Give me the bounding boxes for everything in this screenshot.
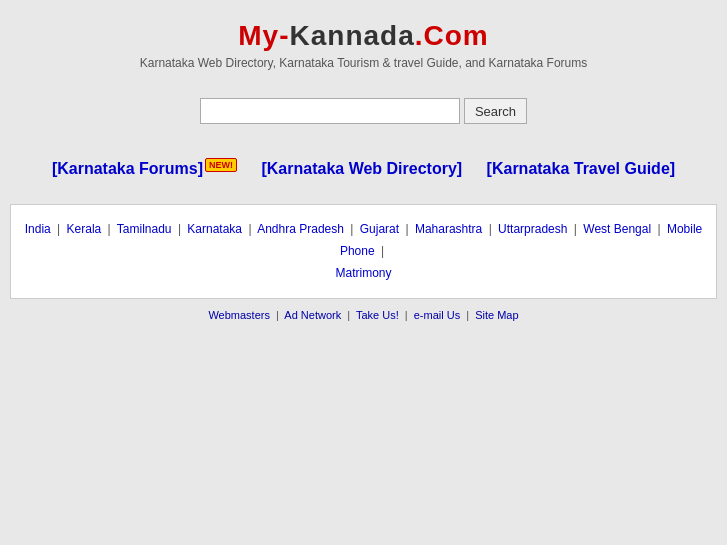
nav-directory-link[interactable]: [Karnataka Web Directory] — [261, 160, 466, 177]
title-com: .Com — [415, 20, 489, 51]
footer-adnetwork[interactable]: Ad Network — [284, 309, 341, 321]
sep: | — [178, 222, 181, 236]
footer-sep: | — [405, 309, 408, 321]
new-badge: NEW! — [205, 158, 237, 172]
dir-link-matrimony[interactable]: Matrimony — [335, 266, 391, 280]
sep: | — [248, 222, 251, 236]
sep: | — [489, 222, 492, 236]
search-section: Search — [0, 98, 727, 124]
footer-sep: | — [347, 309, 350, 321]
search-input[interactable] — [200, 98, 460, 124]
site-header: My-Kannada.Com Karnataka Web Directory, … — [0, 0, 727, 80]
directory-links: India | Kerala | Tamilnadu | Karnataka |… — [21, 219, 706, 284]
dir-link-india[interactable]: India — [25, 222, 51, 236]
footer-takeus[interactable]: Take Us! — [356, 309, 399, 321]
dir-link-maharashtra[interactable]: Maharashtra — [415, 222, 482, 236]
sep: | — [108, 222, 111, 236]
directory-section: India | Kerala | Tamilnadu | Karnataka |… — [10, 204, 717, 299]
dir-link-kerala[interactable]: Kerala — [67, 222, 102, 236]
footer-sitemap[interactable]: Site Map — [475, 309, 518, 321]
footer-links: Webmasters | Ad Network | Take Us! | e-m… — [0, 309, 727, 321]
sep: | — [57, 222, 60, 236]
nav-forums-link[interactable]: [Karnataka Forums]NEW! — [52, 160, 242, 177]
footer-sep: | — [466, 309, 469, 321]
footer-email[interactable]: e-mail Us — [414, 309, 460, 321]
dir-link-gujarat[interactable]: Gujarat — [360, 222, 399, 236]
sep: | — [657, 222, 660, 236]
nav-travel-label: [Karnataka Travel Guide] — [487, 160, 676, 177]
nav-forums-label: [Karnataka Forums] — [52, 160, 203, 177]
search-button[interactable]: Search — [464, 98, 527, 124]
sep: | — [350, 222, 353, 236]
dir-link-karnataka[interactable]: Karnataka — [187, 222, 242, 236]
site-title: My-Kannada.Com — [0, 20, 727, 52]
sep: | — [574, 222, 577, 236]
site-tagline: Karnataka Web Directory, Karnataka Touri… — [0, 56, 727, 70]
dir-link-tamilnadu[interactable]: Tamilnadu — [117, 222, 172, 236]
page-wrapper: My-Kannada.Com Karnataka Web Directory, … — [0, 0, 727, 545]
footer-webmasters[interactable]: Webmasters — [208, 309, 270, 321]
sep: | — [405, 222, 408, 236]
dir-link-up[interactable]: Uttarpradesh — [498, 222, 567, 236]
search-form: Search — [200, 98, 527, 124]
nav-directory-label: [Karnataka Web Directory] — [261, 160, 462, 177]
title-my: My- — [238, 20, 289, 51]
nav-travel-link[interactable]: [Karnataka Travel Guide] — [487, 160, 676, 177]
main-nav: [Karnataka Forums]NEW! [Karnataka Web Di… — [10, 142, 717, 194]
footer-sep: | — [276, 309, 279, 321]
sep: | — [381, 244, 384, 258]
title-kannada: Kannada — [289, 20, 414, 51]
dir-link-wb[interactable]: West Bengal — [583, 222, 651, 236]
dir-link-andhra[interactable]: Andhra Pradesh — [257, 222, 344, 236]
